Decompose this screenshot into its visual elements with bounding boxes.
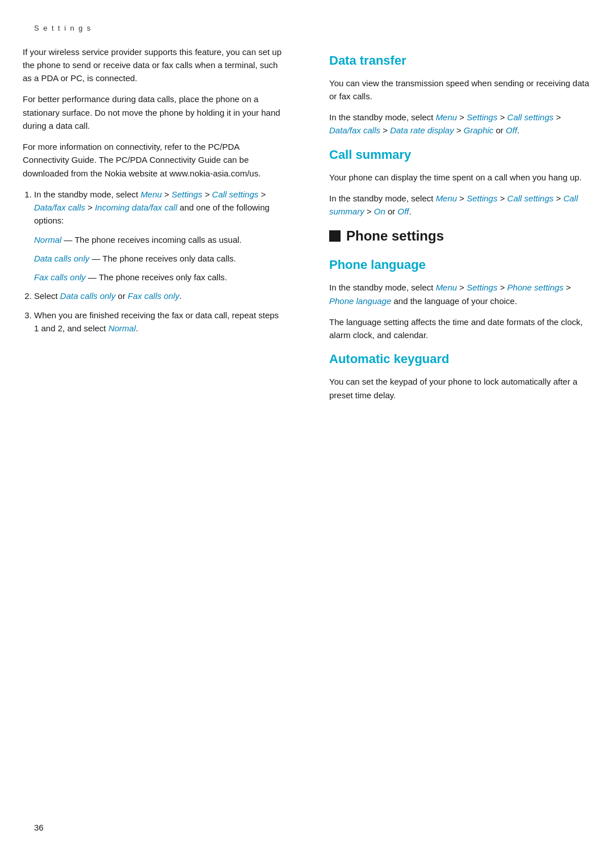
pl-text5: and the language of your choice. bbox=[391, 296, 517, 306]
options-block: Normal — The phone receives incoming cal… bbox=[34, 233, 284, 284]
fax-calls-option: Fax calls only — The phone receives only… bbox=[34, 271, 284, 284]
dt-text7: or bbox=[493, 125, 506, 135]
cs-text4: > bbox=[553, 193, 563, 203]
dt-text2: > bbox=[457, 112, 467, 122]
cs-link3: Call settings bbox=[507, 193, 554, 203]
data-calls-option: Data calls only — The phone receives onl… bbox=[34, 252, 284, 265]
data-transfer-heading: Data transfer bbox=[329, 51, 590, 70]
intro-paragraph-1: If your wireless service provider suppor… bbox=[23, 45, 284, 85]
step3-text2: . bbox=[136, 323, 138, 333]
phone-language-p2: The language setting affects the time an… bbox=[329, 315, 590, 342]
left-column: If your wireless service provider suppor… bbox=[23, 45, 295, 810]
dt-text6: > bbox=[454, 125, 464, 135]
step3-link1: Normal bbox=[108, 323, 136, 333]
cs-link5: On bbox=[374, 207, 385, 216]
dt-link3: Call settings bbox=[507, 112, 554, 122]
dt-text1: In the standby mode, select bbox=[329, 112, 436, 122]
auto-keyguard-p1: You can set the keypad of your phone to … bbox=[329, 375, 590, 402]
normal-label: Normal bbox=[34, 235, 61, 245]
step3-text1: When you are finished receiving the fax … bbox=[34, 310, 279, 333]
call-summary-p1: Your phone can display the time spent on… bbox=[329, 171, 590, 184]
cs-text7: . bbox=[409, 207, 412, 216]
step1-sep1: > bbox=[162, 189, 171, 199]
intro-paragraph-3: For more information on connectivity, re… bbox=[23, 140, 284, 180]
dt-link4: Data/fax calls bbox=[329, 125, 380, 135]
dt-link5: Data rate display bbox=[390, 125, 454, 135]
dt-text3: > bbox=[497, 112, 507, 122]
cs-link6: Off bbox=[397, 207, 409, 216]
step-1: In the standby mode, select Menu > Setti… bbox=[34, 188, 284, 284]
call-summary-heading: Call summary bbox=[329, 145, 590, 164]
fax-calls-label: Fax calls only bbox=[34, 272, 86, 282]
dt-text8: . bbox=[517, 125, 519, 135]
step2-text2: or bbox=[115, 291, 128, 301]
dt-link2: Settings bbox=[467, 112, 497, 122]
pl-text1: In the standby mode, select bbox=[329, 283, 436, 292]
pl-link4: Phone language bbox=[329, 296, 391, 306]
section-header: S e t t i n g s bbox=[0, 23, 613, 45]
cs-text3: > bbox=[497, 193, 507, 203]
data-calls-label: Data calls only bbox=[34, 254, 90, 263]
step-2: Select Data calls only or Fax calls only… bbox=[34, 289, 284, 302]
data-transfer-p2: In the standby mode, select Menu > Setti… bbox=[329, 111, 590, 137]
auto-keyguard-heading: Automatic keyguard bbox=[329, 349, 590, 368]
cs-text5: > bbox=[364, 207, 374, 216]
step2-link1: Data calls only bbox=[60, 291, 116, 301]
page-number: 36 bbox=[0, 810, 613, 835]
normal-text: — The phone receives incoming calls as u… bbox=[61, 235, 241, 245]
cs-text1: In the standby mode, select bbox=[329, 193, 436, 203]
phone-language-heading: Phone language bbox=[329, 255, 590, 274]
data-transfer-p1: You can view the transmission speed when… bbox=[329, 77, 590, 103]
dt-link1: Menu bbox=[436, 112, 457, 122]
dt-link7: Off bbox=[506, 125, 517, 135]
dt-text4: > bbox=[553, 112, 561, 122]
step1-text-intro: In the standby mode, select bbox=[34, 189, 138, 199]
dt-text5: > bbox=[380, 125, 390, 135]
steps-list: In the standby mode, select Menu > Setti… bbox=[34, 188, 284, 335]
phone-settings-heading: Phone settings bbox=[329, 226, 590, 246]
step-3: When you are finished receiving the fax … bbox=[34, 309, 284, 335]
call-summary-p2: In the standby mode, select Menu > Setti… bbox=[329, 192, 590, 218]
step2-link2: Fax calls only bbox=[128, 291, 179, 301]
content-area: If your wireless service provider suppor… bbox=[0, 45, 613, 810]
normal-option: Normal — The phone receives incoming cal… bbox=[34, 233, 284, 246]
cs-link1: Menu bbox=[436, 193, 457, 203]
cs-text2: > bbox=[457, 193, 467, 203]
pl-text2: > bbox=[457, 283, 467, 292]
phone-settings-icon-box bbox=[329, 230, 341, 242]
data-calls-text: — The phone receives only data calls. bbox=[90, 254, 236, 263]
step1-link-datafax: Data/fax calls bbox=[34, 203, 85, 212]
step2-text3: . bbox=[179, 291, 182, 301]
step1-sep3: > bbox=[258, 189, 266, 199]
fax-calls-text: — The phone receives only fax calls. bbox=[86, 272, 227, 282]
pl-link3: Phone settings bbox=[507, 283, 564, 292]
step1-link-callsettings: Call settings bbox=[212, 189, 259, 199]
step2-text1: Select bbox=[34, 291, 60, 301]
cs-link2: Settings bbox=[467, 193, 497, 203]
pl-text3: > bbox=[497, 283, 507, 292]
phone-settings-heading-text: Phone settings bbox=[346, 226, 444, 246]
phone-language-p1: In the standby mode, select Menu > Setti… bbox=[329, 281, 590, 307]
step1-link-menu: Menu bbox=[141, 189, 162, 199]
right-column: Data transfer You can view the transmiss… bbox=[318, 45, 590, 810]
step1-link-settings: Settings bbox=[171, 189, 202, 199]
cs-text6: or bbox=[385, 207, 398, 216]
page: S e t t i n g s If your wireless service… bbox=[0, 0, 613, 868]
pl-link1: Menu bbox=[436, 283, 457, 292]
dt-link6: Graphic bbox=[464, 125, 494, 135]
pl-link2: Settings bbox=[467, 283, 497, 292]
pl-text4: > bbox=[564, 283, 571, 292]
step1-link-incomingdata: Incoming data/fax call bbox=[95, 203, 177, 212]
intro-paragraph-2: For better performance during data calls… bbox=[23, 92, 284, 132]
step1-sep4: > bbox=[85, 203, 95, 212]
step1-sep2: > bbox=[202, 189, 212, 199]
